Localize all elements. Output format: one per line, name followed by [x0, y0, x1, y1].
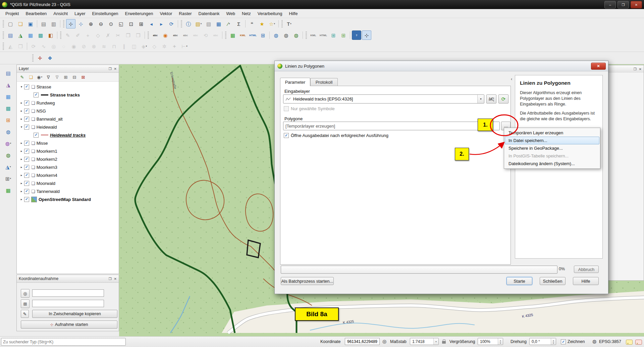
menu-netz[interactable]: Netz: [238, 9, 254, 18]
copy-features-icon[interactable]: ❐: [123, 30, 133, 40]
layer-item-bannwald-alt[interactable]: ▸❏Bannwald_alt: [17, 115, 119, 123]
chevron-down-icon[interactable]: ▾: [229, 22, 230, 25]
add-mesh-layer-vertical-icon[interactable]: ▩: [4, 103, 13, 113]
layer-visibility-checkbox[interactable]: [24, 197, 29, 202]
move-label-icon[interactable]: abc: [191, 30, 200, 40]
clone-features-icon[interactable]: ❐: [16, 42, 25, 51]
expand-icon[interactable]: ▸: [19, 101, 24, 105]
map-tips-icon[interactable]: ❝: [247, 19, 257, 28]
zoom-full-icon[interactable]: ◱: [116, 19, 126, 28]
spin-arrows-icon[interactable]: ▴▾: [551, 338, 556, 345]
toolbar-grip[interactable]: [306, 31, 307, 39]
layer-item-heidewald-tracks[interactable]: Heidewald tracks: [17, 131, 119, 139]
toolbar-grip[interactable]: [60, 31, 61, 39]
menu-vektor[interactable]: Vektor: [156, 9, 175, 18]
expand-icon[interactable]: ▸: [19, 157, 24, 161]
crs-label[interactable]: EPSG:3857: [599, 339, 621, 344]
chevron-down-icon[interactable]: ▾: [290, 22, 291, 25]
output-field[interactable]: [Temporärlayer erzeugen]: [283, 122, 500, 130]
layer-visibility-checkbox[interactable]: [34, 133, 39, 138]
open-layer-styling-icon[interactable]: ✎: [18, 73, 26, 81]
split-parts-icon[interactable]: ∥: [119, 42, 129, 51]
layer-labeling-icon[interactable]: abc: [151, 30, 160, 40]
cut-features-icon[interactable]: ✂: [113, 30, 123, 40]
menu-raster[interactable]: Raster: [175, 9, 195, 18]
menu-item-speichere-in-geopackage[interactable]: Speichere in GeoPackage...: [505, 144, 599, 152]
chevron-down-icon[interactable]: ▾: [201, 22, 202, 25]
delete-selected-icon[interactable]: ✗: [103, 30, 113, 40]
chevron-down-icon[interactable]: ▾: [10, 142, 11, 145]
layer-item-strasse-tracks[interactable]: Strasse tracks: [17, 91, 119, 99]
menu-layer[interactable]: Layer: [71, 9, 89, 18]
layer-item-tannenwald[interactable]: ▸❏Tannenwald: [17, 187, 119, 195]
add-virtual-layer-icon[interactable]: ⊞▾: [4, 174, 13, 183]
locator-search-input[interactable]: [1, 338, 126, 346]
coordinate-capture-tool-icon[interactable]: ⊹: [362, 30, 371, 40]
start-capture-button[interactable]: ⊹ Aufnahme starten: [21, 321, 117, 329]
trim-extend-icon[interactable]: ⊢▾: [180, 42, 189, 51]
expand-icon[interactable]: ▸: [19, 198, 24, 201]
layer-visibility-checkbox[interactable]: [24, 149, 29, 154]
collapse-all-icon[interactable]: ⊟: [70, 73, 78, 81]
globe-plugin-icon[interactable]: ◍: [271, 30, 281, 40]
new-print-layout-icon[interactable]: ▤: [39, 19, 48, 28]
help-button[interactable]: Hilfe: [573, 277, 599, 285]
help-plugin-icon[interactable]: ?: [352, 30, 361, 40]
add-spatialite-layer-icon[interactable]: ◍▾: [4, 139, 13, 148]
geometry-checker-icon[interactable]: ▦: [228, 30, 237, 40]
collapse-icon[interactable]: ▾: [19, 85, 24, 88]
vertex-tool-icon[interactable]: ◇: [93, 30, 103, 40]
layer-item-moorwald[interactable]: ▸❏Moorwald: [17, 179, 119, 187]
coordinate-capture-plugin-icon[interactable]: ✛: [35, 53, 45, 63]
expand-icon[interactable]: ▸: [19, 190, 24, 193]
capture-edit-icon[interactable]: ✎: [21, 310, 29, 318]
rotate-label-icon[interactable]: ⟲: [201, 30, 210, 40]
add-wfs-layer-icon[interactable]: ◮▾: [4, 162, 13, 171]
coordinate-x-field[interactable]: [32, 289, 104, 297]
layer-item-misse[interactable]: ▸❏Misse: [17, 139, 119, 147]
add-wms-layer-icon[interactable]: ◍: [4, 150, 13, 160]
add-group-icon[interactable]: ❏: [27, 73, 35, 81]
pan-to-selection-icon[interactable]: ⊹: [76, 19, 86, 28]
html-export-icon[interactable]: HTML: [248, 30, 258, 40]
layer-item-heidewald[interactable]: ▾❏Heidewald: [17, 123, 119, 131]
highlight-labels-icon[interactable]: abc: [181, 30, 190, 40]
add-gpx-layer-icon[interactable]: ▦: [4, 186, 13, 195]
chevron-down-icon[interactable]: ▾: [10, 165, 11, 168]
layer-visibility-checkbox[interactable]: [24, 117, 29, 122]
only-selected-checkbox[interactable]: [284, 106, 289, 111]
chevron-down-icon[interactable]: ▾: [41, 76, 42, 78]
toolbar-grip[interactable]: [32, 54, 34, 62]
toolbar-grip[interactable]: [181, 20, 182, 27]
kml-tools-icon[interactable]: KML: [309, 30, 318, 40]
zoom-native-icon[interactable]: ⊙: [106, 19, 116, 28]
menu-item-in-datei-speichern[interactable]: In Datei speichern...: [505, 137, 599, 144]
html-tools-icon[interactable]: HTML: [319, 30, 328, 40]
expand-icon[interactable]: ▸: [19, 141, 24, 145]
toolbar-grip[interactable]: [3, 20, 4, 27]
menu-hilfe[interactable]: Hilfe: [285, 9, 301, 18]
menu-einstellungen[interactable]: Einstellungen: [89, 9, 122, 18]
open-after-checkbox[interactable]: [284, 133, 289, 138]
open-project-icon[interactable]: ❏: [16, 19, 25, 28]
layer-visibility-checkbox[interactable]: [24, 173, 29, 178]
layer-item-moorkern4[interactable]: ▸❏Moorkern4: [17, 171, 119, 179]
chevron-down-icon[interactable]: ▾: [477, 95, 484, 103]
lock-scale-icon[interactable]: [442, 341, 446, 344]
layer-visibility-checkbox[interactable]: [34, 92, 39, 97]
dock-close-icon[interactable]: ✕: [114, 67, 117, 71]
layer-item-moorkern3[interactable]: ▸❏Moorkern3: [17, 163, 119, 171]
refresh-layer-icon[interactable]: ⟳: [498, 94, 508, 103]
dock-close-icon[interactable]: ✕: [639, 67, 642, 71]
close-dialog-button[interactable]: Schließen: [540, 277, 566, 285]
capture-grid-icon[interactable]: ⊞: [21, 299, 30, 308]
expand-icon[interactable]: ▸: [19, 149, 24, 153]
change-label-icon[interactable]: abc: [211, 30, 220, 40]
remove-layer-icon[interactable]: ⊠: [79, 73, 87, 81]
table-join-icon[interactable]: ⊞: [329, 30, 338, 40]
add-feature-icon[interactable]: +: [83, 30, 93, 40]
grid-tools-icon[interactable]: ⊞: [339, 30, 348, 40]
add-raster-layer-icon[interactable]: ▦: [26, 30, 35, 40]
run-button[interactable]: Starte: [506, 277, 532, 285]
layer-visibility-checkbox[interactable]: [24, 100, 29, 106]
